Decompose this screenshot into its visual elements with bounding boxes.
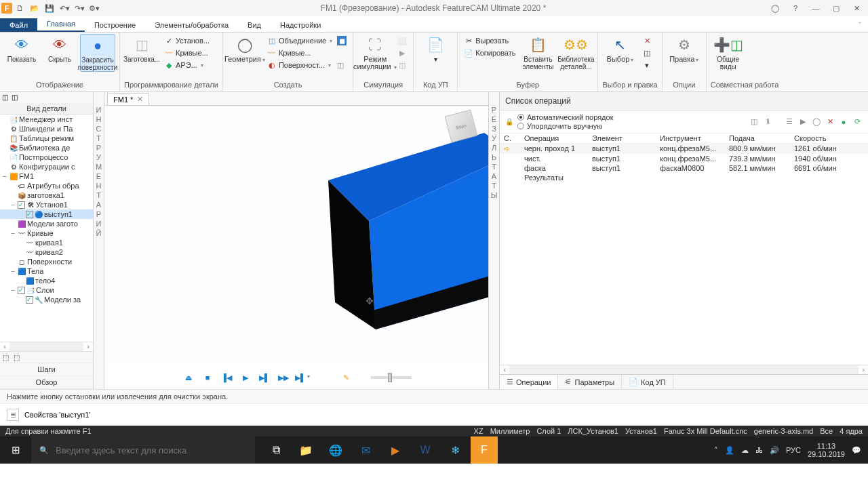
curves-create-button[interactable]: 〰Кривые... [265, 47, 349, 58]
tree-item[interactable]: −〰Кривые [0, 228, 93, 238]
menu-tab-addons[interactable]: Надстройки [271, 18, 330, 32]
tree-item[interactable]: −🛠Установ1 [0, 200, 93, 209]
tab-nc[interactable]: 📄Код УП [622, 375, 673, 389]
end-icon[interactable]: ▶▌▾ [295, 373, 310, 382]
results-strip[interactable]: РЕЗУЛЬТАТЫ [488, 92, 499, 389]
properties-icon[interactable]: ≣ [7, 409, 19, 421]
tree-item[interactable]: −🟧FM1 [0, 171, 93, 181]
toolbox-strip[interactable]: ИНСТРУМЕНТАРИЙ [94, 92, 104, 389]
shade-surfaces-button[interactable]: ●Закрасить поверхности [80, 34, 115, 72]
stock-button[interactable]: ◫Заготовка... [124, 34, 159, 63]
ops-ico-refresh[interactable]: ⟳ [852, 117, 863, 127]
tray-people-icon[interactable]: 👤 [725, 446, 734, 455]
tree-item[interactable]: −📑Слои [0, 285, 93, 295]
copy-button[interactable]: 📄Копировать [462, 47, 517, 58]
stop-icon[interactable]: ■ [200, 373, 215, 382]
edit-button[interactable]: ⚙Правка▾ [667, 34, 702, 64]
tree-item[interactable]: 🔵выступ1 [0, 209, 93, 219]
tree-item[interactable]: 〰кривая1 [0, 238, 93, 247]
tab-operations[interactable]: ☰Операции [500, 375, 558, 389]
canvas-3d[interactable]: ✥ Верх [104, 106, 488, 366]
ops-ico-stop[interactable]: ✕ [825, 117, 835, 127]
play-icon[interactable]: ▶ [238, 373, 253, 382]
tree-item[interactable]: ⚙Конфигурации с [0, 162, 93, 171]
menu-tab-build[interactable]: Построение [85, 18, 145, 32]
status-setup[interactable]: Установ1 [625, 427, 657, 435]
tray-lang[interactable]: РУС [786, 446, 801, 454]
word-icon[interactable]: W [411, 436, 439, 464]
save-icon[interactable]: 💾 [43, 2, 56, 14]
tree-item[interactable]: 📄Постпроцессо [0, 152, 93, 162]
doc-tab-close-icon[interactable]: ✕ [137, 95, 143, 104]
tray-cloud-icon[interactable]: ☁ [741, 446, 749, 455]
tree-item[interactable]: 🟦тело4 [0, 276, 93, 285]
tree-item[interactable]: 🟪Модели загото [0, 219, 93, 228]
ars-button[interactable]: ◆АРЭ...▾ [162, 60, 212, 70]
lp-foot-ico2[interactable]: ⬚ [12, 353, 20, 361]
start-button[interactable]: ⊞ [0, 436, 31, 464]
cut-button[interactable]: ✂Вырезать [462, 35, 517, 46]
delete-button[interactable]: ✕ [640, 35, 654, 46]
union-button[interactable]: ◫Объединение▾◼ [265, 35, 349, 46]
sim-mode-button[interactable]: ⛶Режим симуляции ▾ [357, 34, 393, 71]
fast-fwd-icon[interactable]: ▶▶ [276, 373, 291, 382]
new-icon[interactable]: 🗋 [14, 2, 26, 14]
curves-part-button[interactable]: 〰Кривые... [162, 47, 212, 58]
skip-fwd-icon[interactable]: ▶▌ [257, 373, 272, 382]
ops-ico-list[interactable]: ☰ [784, 117, 795, 127]
order-manual-radio[interactable]: Упорядочить вручную [517, 122, 613, 130]
tree-item[interactable]: ⚙Шпиндели и Па [0, 124, 93, 134]
taskbar-search[interactable]: 🔍 [31, 436, 255, 464]
tree-item[interactable]: −🟦Тела [0, 266, 93, 276]
steps-tab[interactable]: Шаги [0, 363, 93, 376]
ops-ico-ok[interactable]: ● [838, 117, 849, 127]
ops-row[interactable]: ➪черн. проход 1выступ1конц.фрезаM5...800… [500, 144, 868, 154]
lp-foot-ico1[interactable]: ⬚ [1, 353, 9, 361]
ribbon-collapse-icon[interactable]: ˇ [852, 18, 868, 32]
explorer-icon[interactable]: 📁 [292, 436, 320, 464]
lp-tool-1[interactable]: ◫ [1, 93, 9, 101]
featurecam-icon[interactable]: F [471, 436, 498, 464]
show-button[interactable]: 👁Показать [4, 34, 39, 63]
open-icon[interactable]: 📂 [28, 2, 41, 14]
surfaces-button[interactable]: ◐Поверхност...▾◫ [265, 60, 349, 70]
tree-hscroll[interactable]: ‹› [0, 342, 93, 351]
status-plane[interactable]: XZ [474, 427, 484, 435]
app-icon[interactable]: ❄ [441, 436, 469, 464]
status-md[interactable]: generic-3-axis.md [754, 427, 813, 435]
maximize-button[interactable]: ▢ [826, 1, 846, 15]
select-button[interactable]: ↖Выбор▾ [602, 34, 637, 64]
lock-icon[interactable]: 🔒 [505, 118, 513, 126]
lp-tool-2[interactable]: ◫ [10, 93, 18, 101]
menu-file[interactable]: Файл [0, 18, 37, 32]
ops-hscroll[interactable]: ‹› [500, 365, 868, 374]
account-icon[interactable]: ◯ [765, 1, 785, 15]
tree-item[interactable]: ◻Поверхности [0, 257, 93, 266]
document-tab[interactable]: FM1 * ✕ [107, 93, 149, 105]
ops-ico-x[interactable]: ◯ [811, 117, 822, 127]
status-cores[interactable]: 4 ядра [840, 427, 863, 435]
status-lcs[interactable]: ЛСК_Установ1 [568, 427, 618, 435]
ops-row[interactable]: чист.выступ1конц.фрезаM5...739.3 мм/мин1… [500, 154, 868, 163]
sel-sub3[interactable]: ▾ [640, 60, 654, 70]
outlook-icon[interactable]: ✉ [351, 436, 380, 464]
search-input[interactable] [56, 445, 247, 455]
settings-gear-icon[interactable]: ⚙▾ [88, 2, 100, 14]
part-tree[interactable]: 📑Менеджер инст⚙Шпиндели и Па📋Таблицы реж… [0, 115, 93, 342]
paste-button[interactable]: 📋Вставить элементы [520, 34, 555, 70]
help-icon[interactable]: ? [785, 1, 806, 15]
menu-tab-elements[interactable]: Элементы/обработка [145, 18, 238, 32]
ops-ico-play[interactable]: ▶ [797, 117, 808, 127]
setups-button[interactable]: ✓Установ... [162, 35, 212, 46]
tree-item[interactable]: 📑Менеджер инст [0, 115, 93, 124]
minimize-button[interactable]: — [806, 1, 826, 15]
nc-button[interactable]: 📄▾ [418, 34, 453, 63]
task-view-icon[interactable]: ⧉ [262, 436, 290, 464]
tray-notifications-icon[interactable]: 💬 [852, 446, 861, 455]
tab-params[interactable]: ⚟Параметры [558, 375, 622, 389]
status-layer[interactable]: Слой 1 [536, 427, 561, 435]
speed-slider[interactable] [371, 376, 412, 379]
tray-volume-icon[interactable]: 🔊 [770, 446, 779, 455]
redo-icon[interactable]: ↷▾ [73, 2, 85, 14]
media-icon[interactable]: ▶ [381, 436, 410, 464]
